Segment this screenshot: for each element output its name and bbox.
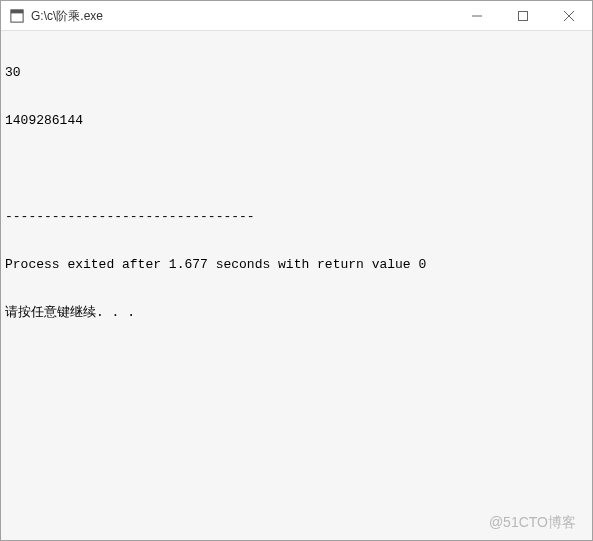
svg-rect-3	[519, 12, 528, 21]
output-line: 1409286144	[5, 113, 588, 129]
maximize-button[interactable]	[500, 1, 546, 31]
minimize-button[interactable]	[454, 1, 500, 31]
output-line	[5, 161, 588, 177]
output-line: 请按任意键继续. . .	[5, 305, 588, 321]
window-title: G:\c\阶乘.exe	[31, 1, 454, 31]
window-controls	[454, 1, 592, 30]
console-window: G:\c\阶乘.exe 30 1409286144 --------------…	[0, 0, 593, 541]
watermark-text: @51CTO博客	[489, 514, 576, 530]
output-line: Process exited after 1.677 seconds with …	[5, 257, 588, 273]
console-output[interactable]: 30 1409286144 --------------------------…	[1, 31, 592, 540]
titlebar[interactable]: G:\c\阶乘.exe	[1, 1, 592, 31]
output-line: --------------------------------	[5, 209, 588, 225]
close-button[interactable]	[546, 1, 592, 31]
output-line: 30	[5, 65, 588, 81]
app-icon	[9, 8, 25, 24]
svg-rect-1	[11, 9, 23, 13]
